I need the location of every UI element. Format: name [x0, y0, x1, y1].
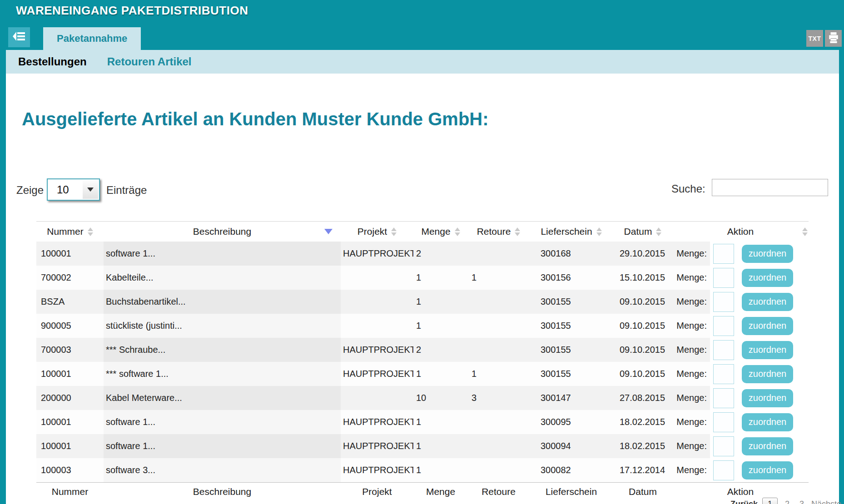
cell-menge: 1: [413, 290, 468, 314]
cell-retoure: 1: [468, 266, 529, 290]
show-label: Zeige: [16, 184, 44, 197]
menge-input[interactable]: [713, 268, 734, 288]
cell-datum: 09.10.2015: [613, 290, 672, 314]
cell-lieferschein: 300155: [529, 314, 613, 338]
search-input[interactable]: [712, 179, 828, 196]
txt-label: TXT: [809, 35, 821, 42]
menge-input[interactable]: [713, 388, 734, 408]
zuordnen-button[interactable]: zuordnen: [742, 293, 793, 311]
txt-export-button[interactable]: TXT: [806, 30, 823, 47]
zuordnen-button[interactable]: zuordnen: [742, 389, 793, 407]
entries-label: Einträge: [106, 184, 147, 197]
page-length-select[interactable]: 10: [47, 178, 100, 201]
col-header-aktion[interactable]: Aktion: [672, 222, 809, 242]
print-button[interactable]: [825, 30, 842, 47]
pagination: Zurück 1 2 3 Nächste: [730, 498, 841, 504]
zuordnen-button[interactable]: zuordnen: [742, 317, 793, 335]
sort-desc-icon: [324, 229, 333, 234]
zuordnen-button[interactable]: zuordnen: [742, 245, 793, 263]
col-header-retoure[interactable]: Retoure: [468, 222, 529, 242]
pagination-next[interactable]: Nächste: [811, 499, 841, 504]
cell-projekt: HAUPTPROJEKT: [341, 458, 413, 482]
col-header-nummer[interactable]: Nummer: [36, 222, 104, 242]
zuordnen-button[interactable]: zuordnen: [742, 365, 793, 383]
top-header: WARENEINGANG PAKETDISTRIBUTION Paketanna…: [0, 0, 844, 50]
cell-datum: 09.10.2015: [613, 314, 672, 338]
cell-datum: 18.02.2015: [613, 410, 672, 434]
sort-icons: [391, 227, 397, 236]
cell-menge: 1: [413, 266, 468, 290]
cell-datum: 09.10.2015: [613, 338, 672, 362]
menge-input[interactable]: [713, 412, 734, 432]
col-header-projekt[interactable]: Projekt: [341, 222, 413, 242]
cell-beschreibung: *** software 1...: [104, 362, 341, 386]
cell-datum: 09.10.2015: [613, 362, 672, 386]
cell-retoure: [468, 410, 529, 434]
menu-collapse-left-icon: [12, 30, 26, 44]
menge-input[interactable]: [713, 364, 734, 384]
zuordnen-button[interactable]: zuordnen: [742, 341, 793, 359]
menge-input[interactable]: [713, 292, 734, 312]
pagination-previous[interactable]: Zurück: [730, 499, 758, 504]
cell-menge: 1: [413, 362, 468, 386]
aktion-box: zuordnen: [710, 410, 809, 434]
menge-label: Menge:: [672, 417, 710, 427]
articles-table: Nummer Beschreibung Projekt Menge Retour…: [36, 221, 809, 501]
menge-input[interactable]: [713, 340, 734, 360]
aktion-box: zuordnen: [710, 386, 809, 410]
zuordnen-button[interactable]: zuordnen: [742, 269, 793, 287]
sort-icons: [596, 227, 602, 236]
tab-retouren-artikel[interactable]: Retouren Artikel: [107, 55, 192, 68]
table-row: 100001 software 1... HAUPTPROJEKT 1 3000…: [36, 434, 809, 458]
menge-label: Menge:: [672, 296, 710, 307]
table-row: 700003 *** Schraube... HAUPTPROJEKT 2 30…: [36, 338, 809, 362]
aktion-box: zuordnen: [710, 338, 809, 362]
aktion-box: zuordnen: [710, 458, 809, 482]
col-header-datum[interactable]: Datum: [613, 222, 672, 242]
aktion-box: zuordnen: [710, 362, 809, 386]
cell-retoure: 3: [468, 386, 529, 410]
tab-bestellungen[interactable]: Bestellungen: [18, 55, 87, 68]
cell-aktion: Menge: zuordnen: [672, 458, 809, 482]
cell-nummer: BSZA: [36, 290, 104, 314]
module-tab-paketannahme[interactable]: Paketannahme: [43, 27, 141, 50]
cell-projekt: [341, 266, 413, 290]
pagination-page-2[interactable]: 2: [782, 498, 792, 504]
footer-projekt: Projekt: [341, 483, 413, 501]
cell-nummer: 900005: [36, 314, 104, 338]
cell-menge: 1: [413, 458, 468, 482]
menge-input[interactable]: [713, 316, 734, 336]
col-header-beschreibung[interactable]: Beschreibung: [104, 222, 341, 242]
cell-nummer: 100003: [36, 458, 104, 482]
table-row: 200000 Kabel Meterware... 10 3 300147 27…: [36, 386, 809, 410]
sort-icons: [515, 227, 520, 236]
pagination-page-1[interactable]: 1: [762, 498, 778, 504]
menge-label: Menge:: [672, 369, 710, 379]
cell-aktion: Menge: zuordnen: [672, 434, 809, 458]
cell-beschreibung: Kabel Meterware...: [104, 386, 341, 410]
aktion-box: zuordnen: [710, 290, 809, 314]
cell-nummer: 200000: [36, 386, 104, 410]
menge-input[interactable]: [713, 436, 734, 456]
cell-projekt: HAUPTPROJEKT: [341, 362, 413, 386]
cell-projekt: [341, 386, 413, 410]
col-header-lieferschein[interactable]: Lieferschein: [529, 222, 613, 242]
cell-aktion: Menge: zuordnen: [672, 290, 809, 314]
zuordnen-button[interactable]: zuordnen: [742, 461, 793, 479]
cell-nummer: 700002: [36, 266, 104, 290]
pagination-page-3[interactable]: 3: [797, 498, 807, 504]
footer-menge: Menge: [413, 483, 468, 501]
menge-input[interactable]: [713, 244, 734, 264]
module-tab-label: Paketannahme: [57, 33, 127, 44]
cell-datum: 17.12.2014: [613, 458, 672, 482]
zuordnen-button[interactable]: zuordnen: [742, 437, 793, 455]
zuordnen-button[interactable]: zuordnen: [742, 413, 793, 431]
menge-input[interactable]: [713, 460, 734, 480]
col-header-menge[interactable]: Menge: [413, 222, 468, 242]
table-row: 100001 *** software 1... HAUPTPROJEKT 1 …: [36, 362, 809, 386]
chevron-down-icon: [83, 180, 98, 199]
table-row: 100001 software 1... HAUPTPROJEKT 2 3001…: [36, 242, 809, 266]
back-button[interactable]: [8, 27, 30, 47]
sort-icons: [802, 227, 808, 236]
cell-datum: 15.10.2015: [613, 266, 672, 290]
